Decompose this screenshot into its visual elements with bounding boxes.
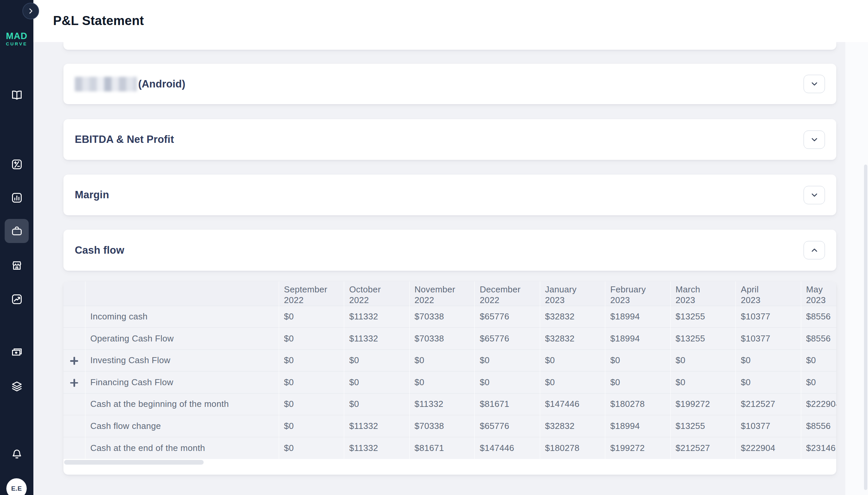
cell-value: $0 [279,349,344,372]
cell-value: $81671 [475,393,540,415]
chevron-right-icon [27,7,34,15]
sidebar-item-analytics[interactable] [5,186,29,210]
page-header: P&L Statement [33,0,868,42]
cell-value: $11332 [344,415,410,437]
content-area: (Android) EBITDA & Net Profit Margin [33,42,845,495]
cell-value: $81671 [409,437,475,459]
section-cash-flow: Cash flow [64,229,836,271]
table-body: Incoming cash$0$11332$70338$65776$32832$… [64,306,836,459]
sidebar-item-layers[interactable] [5,374,29,398]
chevron-down-icon [810,191,819,200]
cell-value: $0 [801,349,836,372]
cell-value: $32832 [540,328,605,350]
horizontal-scrollbar-thumb[interactable] [64,460,204,465]
cell-value: $11332 [409,393,475,415]
cash-flow-table-card: September2022October2022November2022Dece… [64,281,836,475]
row-label-column-header [85,281,279,306]
cell-value: $0 [670,349,736,372]
sidebar-item-marketplace[interactable] [5,253,29,277]
cell-value: $222904 [801,393,836,415]
previous-section-card-fragment [64,42,836,50]
cell-value: $0 [801,372,836,394]
cell-value: $199272 [605,437,671,459]
cell-value: $180278 [605,393,671,415]
sidebar-collapse-button[interactable] [22,3,39,19]
sidebar-item-notifications[interactable] [5,442,29,466]
sidebar-item-library[interactable] [5,83,29,107]
row-expand-cell[interactable] [64,349,85,372]
section-android: (Android) [64,64,836,104]
banknote-icon [11,346,23,358]
section-toggle-button[interactable] [803,186,825,204]
section-toggle-button[interactable] [803,241,825,259]
section-toggle-button[interactable] [803,75,825,93]
row-expand-cell[interactable] [64,372,85,394]
chevron-up-icon [810,246,819,255]
cell-value: $70338 [409,415,475,437]
page-title: P&L Statement [53,14,144,28]
cell-value: $65776 [475,306,540,328]
cell-value: $0 [279,372,344,394]
table-row: Financing Cash Flow$0$0$0$0$0$0$0$0$0 [64,372,836,394]
sidebar-item-performance[interactable] [5,287,29,311]
cell-value: $65776 [475,328,540,350]
sidebar-item-cash[interactable] [5,340,29,364]
cell-value: $0 [279,415,344,437]
cell-value: $0 [736,372,801,394]
sidebar-item-portfolio[interactable] [5,219,29,243]
cell-value: $70338 [409,328,475,350]
redacted-app-name [75,77,137,91]
cell-value: $0 [279,328,344,350]
row-expand-cell [64,437,85,459]
cell-value: $0 [475,349,540,372]
cashflow-table: September2022October2022November2022Dece… [64,281,836,459]
table-row: Cash flow change$0$11332$70338$65776$328… [64,415,836,437]
cell-value: $0 [409,372,475,394]
avatar-initials: E.E [11,485,22,492]
cell-value: $0 [605,349,671,372]
cell-value: $13255 [670,306,736,328]
column-header-december: December2022 [475,281,540,306]
cell-value: $32832 [540,306,605,328]
column-header-september: September2022 [279,281,344,306]
cell-value: $10377 [736,415,801,437]
plus-icon[interactable] [70,379,78,387]
sidebar: MAD CURVE [0,0,33,495]
cell-value: $18994 [605,306,671,328]
plus-icon[interactable] [70,357,78,365]
table-head: September2022October2022November2022Dece… [64,281,836,306]
chart-image-icon [11,293,23,305]
section-title: EBITDA & Net Profit [75,134,174,146]
cell-value: $0 [344,372,410,394]
cell-value: $10377 [736,306,801,328]
user-avatar[interactable]: E.E [6,478,27,495]
column-header-may: May2023 [801,281,836,306]
table-row: Operating Cash Flow$0$11332$70338$65776$… [64,328,836,350]
cell-value: $180278 [540,437,605,459]
sidebar-item-rates[interactable] [5,152,29,176]
column-header-february: February2023 [605,281,671,306]
cell-value: $0 [475,372,540,394]
cell-value: $222904 [736,437,801,459]
cell-value: $18994 [605,328,671,350]
cell-value: $11332 [344,437,410,459]
cell-value: $8556 [801,415,836,437]
cell-value: $65776 [475,415,540,437]
row-label: Operating Cash Flow [85,328,279,350]
vertical-scrollbar-thumb[interactable] [864,165,867,490]
layers-icon [11,380,23,393]
cell-value: $199272 [670,393,736,415]
row-expand-cell [64,328,85,350]
cell-value: $32832 [540,415,605,437]
cell-value: $231461 [801,437,836,459]
calculator-adjust-icon [11,158,23,171]
section-toggle-button[interactable] [803,131,825,149]
cell-value: $0 [409,349,475,372]
row-expand-cell [64,415,85,437]
cell-value: $0 [540,349,605,372]
cell-value: $11332 [344,306,410,328]
storefront-icon [11,259,23,272]
section-ebitda-net-profit: EBITDA & Net Profit [64,119,836,160]
chevron-down-icon [810,80,819,88]
bar-chart-icon [11,192,23,204]
